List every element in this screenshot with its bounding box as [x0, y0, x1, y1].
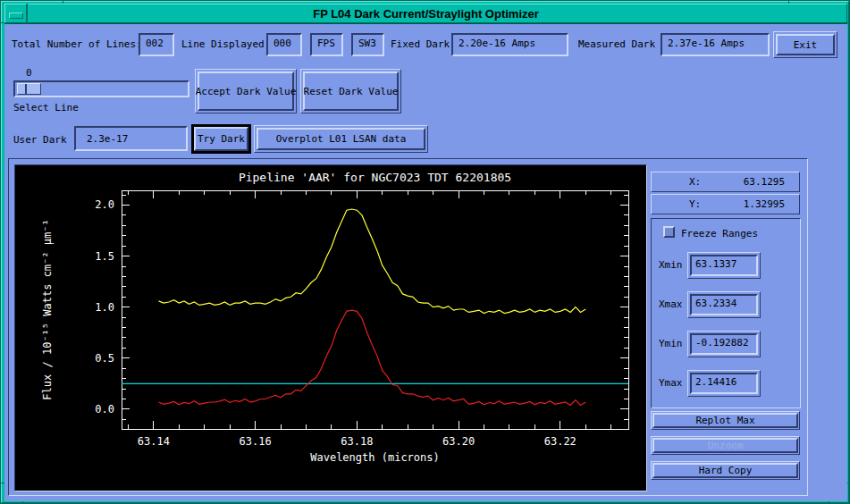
- replot-max-button[interactable]: Replot Max: [652, 413, 798, 428]
- reset-dark-frame: Reset Dark Value: [300, 69, 401, 113]
- exit-button[interactable]: Exit: [776, 34, 835, 55]
- svg-text:63.22: 63.22: [544, 435, 576, 448]
- slider-thumb-divider: [25, 84, 27, 94]
- select-line-slider[interactable]: [13, 80, 189, 97]
- svg-text:63.20: 63.20: [442, 435, 475, 448]
- ymin-field-frame: -0.192882: [687, 331, 761, 357]
- svg-text:0.0: 0.0: [95, 403, 114, 416]
- cursor-y-label: Y:: [689, 198, 701, 210]
- slider-thumb[interactable]: [17, 83, 41, 95]
- window-title: FP L04 Dark Current/Straylight Optimizer: [5, 7, 846, 21]
- xmin-field[interactable]: 63.1337: [690, 255, 758, 276]
- replot-max-frame: Replot Max: [651, 411, 800, 430]
- svg-text:1.5: 1.5: [95, 250, 114, 263]
- ymax-label: Ymax: [659, 377, 683, 389]
- line-displayed-label: Line Displayed:: [181, 38, 270, 50]
- titlebar-divider: [27, 4, 28, 23]
- ranges-group: Freeze Ranges Xmin 63.1337 Xmax 63.2334 …: [651, 218, 801, 408]
- svg-text:63.14: 63.14: [138, 435, 170, 448]
- reset-dark-button[interactable]: Reset Dark Value: [303, 71, 399, 111]
- accept-dark-button[interactable]: Accept Dark Value: [198, 71, 294, 111]
- window-menu-button[interactable]: [4, 4, 27, 23]
- title-bar[interactable]: FP L04 Dark Current/Straylight Optimizer: [4, 4, 847, 23]
- exit-button-frame: Exit: [773, 31, 837, 58]
- cursor-x-readout: X: 63.1295: [651, 172, 800, 192]
- main-panel: Total Number of Lines: 002 Line Displaye…: [4, 23, 847, 501]
- xmax-field-frame: 63.2334: [687, 291, 761, 318]
- xmin-field-frame: 63.1337: [687, 252, 761, 279]
- overplot-button[interactable]: Overplot L01 LSAN data: [257, 128, 425, 150]
- svg-text:Flux / 10⁻¹⁵ Watts cm⁻² µm⁻¹: Flux / 10⁻¹⁵ Watts cm⁻² µm⁻¹: [41, 219, 54, 399]
- svg-text:0.5: 0.5: [95, 352, 114, 365]
- accept-dark-frame: Accept Dark Value: [195, 69, 297, 113]
- svg-text:Wavelength (microns): Wavelength (microns): [310, 451, 440, 464]
- fixed-dark-field[interactable]: 2.20e-16 Amps: [451, 33, 568, 56]
- ymin-label: Ymin: [659, 338, 683, 349]
- window-menu-icon: [9, 13, 23, 19]
- user-dark-field[interactable]: 2.3e-17: [74, 126, 188, 151]
- ymin-field[interactable]: -0.192882: [690, 333, 758, 355]
- ymax-field-frame: 2.14416: [687, 370, 761, 397]
- plot-section: 63.1463.1663.1863.2063.220.00.51.01.52.0…: [8, 158, 808, 496]
- overplot-frame: Overplot L01 LSAN data: [254, 125, 428, 153]
- cursor-y-readout: Y: 1.32995: [651, 194, 800, 214]
- svg-text:2.0: 2.0: [95, 198, 114, 211]
- fixed-dark-label: Fixed Dark: [391, 38, 450, 50]
- unzoom-button: Unzoom: [652, 438, 798, 453]
- xmin-label: Xmin: [659, 259, 683, 271]
- xmax-label: Xmax: [659, 298, 683, 310]
- slider-value-label: 0: [26, 67, 32, 79]
- hard-copy-button[interactable]: Hard Copy: [652, 463, 798, 478]
- detector-field[interactable]: SW3: [351, 33, 384, 56]
- total-lines-field[interactable]: 002: [139, 33, 174, 56]
- try-dark-button[interactable]: Try Dark: [194, 127, 248, 151]
- ymax-field[interactable]: 2.14416: [690, 373, 758, 394]
- cursor-x-label: X:: [689, 176, 701, 188]
- svg-text:63.16: 63.16: [240, 435, 272, 448]
- freeze-ranges-checkbox[interactable]: [663, 226, 675, 238]
- select-line-caption: Select Line: [13, 102, 79, 113]
- hard-copy-frame: Hard Copy: [651, 461, 800, 480]
- freeze-ranges-label: Freeze Ranges: [681, 228, 758, 239]
- cursor-y-value: 1.32995: [744, 198, 785, 210]
- measured-dark-label: Measured Dark: [578, 38, 655, 50]
- fps-field[interactable]: FPS: [310, 33, 343, 56]
- try-dark-default-ring: Try Dark: [191, 124, 251, 154]
- unzoom-frame: Unzoom: [651, 436, 800, 455]
- svg-text:Pipeline 'AAR' for NGC7023 TD: Pipeline 'AAR' for NGC7023 TDT 62201805: [239, 171, 511, 184]
- xmax-field[interactable]: 63.2334: [690, 294, 758, 315]
- line-displayed-field[interactable]: 000: [266, 33, 302, 56]
- total-lines-label: Total Number of Lines:: [12, 38, 142, 50]
- svg-text:1.0: 1.0: [95, 301, 114, 314]
- svg-text:63.18: 63.18: [341, 435, 373, 448]
- measured-dark-field[interactable]: 2.37e-16 Amps: [661, 33, 770, 56]
- plot-canvas[interactable]: 63.1463.1663.1863.2063.220.00.51.01.52.0…: [15, 165, 646, 491]
- user-dark-label: User Dark: [13, 134, 67, 146]
- plot-panel: 63.1463.1663.1863.2063.220.00.51.01.52.0…: [14, 164, 647, 491]
- cursor-x-value: 63.1295: [744, 176, 785, 188]
- app-window: FP L04 Dark Current/Straylight Optimizer…: [0, 0, 850, 504]
